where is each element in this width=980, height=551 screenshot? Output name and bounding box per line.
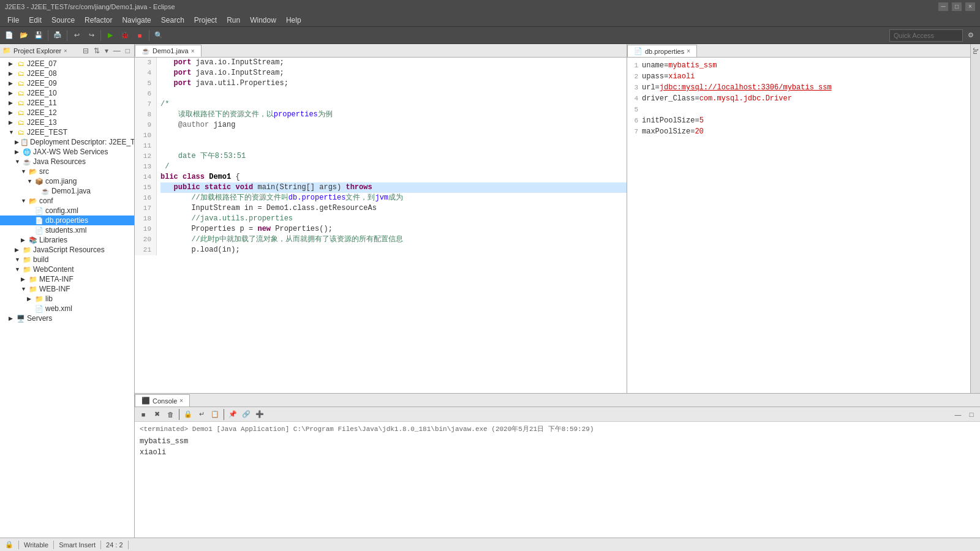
menu-file[interactable]: File bbox=[2, 15, 24, 26]
console-maximize[interactable]: □ bbox=[965, 408, 978, 421]
console-new[interactable]: ➕ bbox=[254, 408, 266, 421]
sidebar-maximize[interactable]: □ bbox=[124, 46, 132, 56]
tree-label: Demo1.java bbox=[51, 187, 91, 195]
menu-search[interactable]: Search bbox=[156, 15, 189, 26]
console-minimize[interactable]: — bbox=[952, 408, 964, 421]
tab-dbprops[interactable]: 📄 db.properties × bbox=[627, 45, 697, 57]
tree-item-comjiang[interactable]: ▼ 📦 com.jiang bbox=[0, 176, 134, 186]
tree-item-configxml[interactable]: ▶ 📄 config.xml bbox=[0, 206, 134, 216]
tree-item-demo1java[interactable]: ▶ ☕ Demo1.java bbox=[0, 186, 134, 196]
tree-item-conf[interactable]: ▼ 📂 conf bbox=[0, 196, 134, 206]
webxml-icon: 📄 bbox=[34, 304, 44, 313]
menu-refactor[interactable]: Refactor bbox=[80, 15, 117, 26]
tree-item-j2ee-test[interactable]: ▼ 🗂 J2EE_TEST bbox=[0, 127, 134, 137]
console-pin[interactable]: 📌 bbox=[227, 408, 239, 421]
toolbar-search[interactable]: 🔍 bbox=[152, 29, 165, 42]
toolbar-print[interactable]: 🖨️ bbox=[51, 29, 64, 42]
tab-demo1java[interactable]: ☕ Demo1.java × bbox=[135, 45, 202, 57]
tab-close-icon[interactable]: × bbox=[191, 48, 195, 54]
toolbar-new[interactable]: 📄 bbox=[2, 29, 16, 42]
menu-source[interactable]: Source bbox=[47, 15, 80, 26]
toolbar-run[interactable]: ▶ bbox=[104, 29, 117, 42]
console-open-console[interactable]: 📋 bbox=[209, 408, 221, 421]
props-tab-label: db.properties bbox=[645, 48, 684, 55]
toolbar-redo[interactable]: ↪ bbox=[85, 29, 98, 42]
sidebar-collapse[interactable]: ⊟ bbox=[81, 46, 91, 56]
console-scroll-lock[interactable]: 🔒 bbox=[182, 408, 194, 421]
tree-item-src[interactable]: ▼ 📂 src bbox=[0, 167, 134, 176]
ln-16: 16 bbox=[135, 193, 154, 203]
tree-item-lib[interactable]: ▶ 📁 lib bbox=[0, 294, 134, 304]
code-editor-panel: ☕ Demo1.java × 3 4 5 6 7 bbox=[135, 44, 627, 393]
tree-item-servers[interactable]: ▶ 🖥️ Servers bbox=[0, 313, 134, 323]
sidebar-icons: ⊟ ⇅ ▾ — □ bbox=[81, 46, 132, 56]
project-icon: 🗂 bbox=[16, 79, 26, 88]
tree-item-j2ee12[interactable]: ▶ 🗂 J2EE_12 bbox=[0, 108, 134, 118]
code-lines[interactable]: port java.io.InputStream; port java.io.I… bbox=[157, 58, 627, 255]
sidebar-header: 📁 Project Explorer × ⊟ ⇅ ▾ — □ bbox=[0, 44, 134, 58]
ln-4: 4 bbox=[135, 68, 154, 78]
console-word-wrap[interactable]: ↵ bbox=[195, 408, 208, 421]
console-close-icon[interactable]: × bbox=[179, 397, 183, 404]
outline-label[interactable]: Ju bbox=[971, 44, 980, 58]
props-lnum: 5 bbox=[630, 104, 642, 115]
tree-item-webinf[interactable]: ▼ 📁 WEB-INF bbox=[0, 284, 134, 294]
tree-item-webcontent[interactable]: ▼ 📁 WebContent bbox=[0, 264, 134, 274]
toolbar-open[interactable]: 📂 bbox=[17, 29, 31, 42]
tab-close-dbprops[interactable]: × bbox=[687, 48, 690, 54]
menu-run[interactable]: Run bbox=[222, 15, 245, 26]
menu-project[interactable]: Project bbox=[189, 15, 222, 26]
tree-label: Servers bbox=[27, 314, 52, 323]
minimize-button[interactable]: ─ bbox=[938, 2, 948, 11]
tree-item-j2ee13[interactable]: ▶ 🗂 J2EE_13 bbox=[0, 118, 134, 127]
sidebar-menu[interactable]: ▾ bbox=[103, 46, 110, 56]
tree-item-j2ee08[interactable]: ▶ 🗂 J2EE_08 bbox=[0, 69, 134, 78]
props-content[interactable]: 1 uname=mybatis_ssm 2 upass=xiaoli 3 url… bbox=[627, 58, 970, 393]
tree-item-j2ee09[interactable]: ▶ 🗂 J2EE_09 bbox=[0, 78, 134, 88]
toolbar-stop[interactable]: ■ bbox=[133, 29, 146, 42]
tree-label: J2EE_09 bbox=[27, 79, 57, 88]
maximize-button[interactable]: □ bbox=[952, 2, 962, 11]
toolbar-debug[interactable]: 🐞 bbox=[118, 29, 132, 42]
tree-item-j2ee11[interactable]: ▶ 🗂 J2EE_11 bbox=[0, 98, 134, 108]
console-remove[interactable]: ✖ bbox=[151, 408, 163, 421]
tree-arrow: ▶ bbox=[21, 276, 27, 282]
console-clear[interactable]: 🗑 bbox=[164, 408, 176, 421]
tree-item-webxml[interactable]: ▶ 📄 web.xml bbox=[0, 304, 134, 313]
tree-item-j2ee10[interactable]: ▶ 🗂 J2EE_10 bbox=[0, 88, 134, 98]
toolbar-undo[interactable]: ↩ bbox=[70, 29, 83, 42]
quick-access-input[interactable] bbox=[889, 29, 963, 42]
tree-item-dbprops[interactable]: ▶ 📄 db.properties bbox=[0, 216, 134, 225]
menu-navigate[interactable]: Navigate bbox=[117, 15, 156, 26]
menu-window[interactable]: Window bbox=[245, 15, 281, 26]
menu-edit[interactable]: Edit bbox=[24, 15, 47, 26]
tree-item-jsres[interactable]: ▶ 📁 JavaScript Resources bbox=[0, 245, 134, 255]
tree-item-libraries[interactable]: ▶ 📚 Libraries bbox=[0, 235, 134, 245]
tree-item-build[interactable]: ▼ 📁 build bbox=[0, 255, 134, 264]
webinf-icon: 📁 bbox=[28, 285, 38, 293]
tree-item-deployment[interactable]: ▶ 📋 Deployment Descriptor: J2EE_T bbox=[0, 137, 134, 147]
sidebar-minimize[interactable]: — bbox=[111, 46, 123, 56]
tree-item-j2ee07[interactable]: ▶ 🗂 J2EE_07 bbox=[0, 59, 134, 69]
close-button[interactable]: × bbox=[965, 2, 975, 11]
cursor-position: 24 : 2 bbox=[106, 541, 123, 549]
tree-label: Libraries bbox=[39, 236, 67, 244]
tree-item-jaxws[interactable]: ▶ 🌐 JAX-WS Web Services bbox=[0, 147, 134, 157]
tree-arrow: ▶ bbox=[15, 247, 21, 253]
console-terminate[interactable]: ■ bbox=[137, 408, 149, 421]
tree-item-metainf[interactable]: ▶ 📁 META-INF bbox=[0, 274, 134, 284]
title-text: J2EE3 - J2EE_TEST/src/com/jiang/Demo1.ja… bbox=[5, 3, 175, 10]
menu-bar: File Edit Source Refactor Navigate Searc… bbox=[0, 13, 980, 27]
tree-item-studentsxml[interactable]: ▶ 📄 students.xml bbox=[0, 225, 134, 235]
toolbar-save[interactable]: 💾 bbox=[32, 29, 45, 42]
menu-help[interactable]: Help bbox=[281, 15, 306, 26]
tree-label: src bbox=[39, 167, 49, 176]
sidebar-link[interactable]: ⇅ bbox=[92, 46, 102, 56]
package-icon: 📦 bbox=[34, 177, 44, 186]
console-link[interactable]: 🔗 bbox=[240, 408, 252, 421]
tree-item-javares[interactable]: ▼ ☕ Java Resources bbox=[0, 157, 134, 167]
ln-8: 8 bbox=[135, 110, 154, 120]
toolbar-perspective[interactable]: ⚙ bbox=[964, 29, 978, 42]
tab-console[interactable]: ⬛ Console × bbox=[135, 394, 190, 407]
code-scroll-area[interactable]: 3 4 5 6 7 8 9 10 11 12 13 bbox=[135, 58, 627, 393]
